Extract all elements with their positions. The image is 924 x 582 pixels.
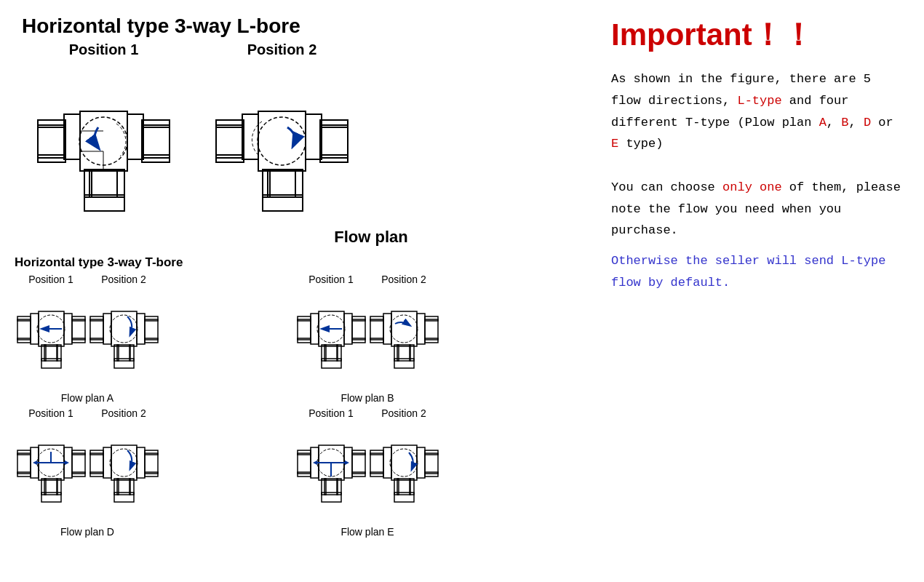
warning-block: Otherwise the seller will send L-type fl… xyxy=(611,250,902,294)
svg-rect-48 xyxy=(90,338,103,343)
planA-text: A xyxy=(819,116,827,129)
svg-point-112 xyxy=(110,449,138,477)
lbore-pos2-valve xyxy=(215,62,349,222)
or-word: or xyxy=(871,116,893,129)
svg-rect-148 xyxy=(425,472,438,477)
svg-point-22 xyxy=(258,117,306,165)
tbore-e-label: Flow plan E xyxy=(340,526,394,538)
svg-rect-1 xyxy=(38,120,65,127)
svg-marker-137 xyxy=(313,461,317,465)
svg-rect-31 xyxy=(17,319,31,340)
tbore-b-pos1: Position 1 xyxy=(297,274,366,389)
svg-rect-110 xyxy=(103,447,111,478)
flow-plan-label: Flow plan xyxy=(160,228,582,247)
only-text: only one xyxy=(722,180,782,194)
svg-rect-97 xyxy=(72,450,85,455)
svg-rect-147 xyxy=(425,450,438,455)
tbore-d-pos1-valve xyxy=(17,421,86,523)
svg-rect-54 xyxy=(145,316,158,321)
svg-rect-115 xyxy=(145,450,158,455)
svg-rect-146 xyxy=(425,453,438,474)
svg-rect-79 xyxy=(391,311,417,346)
svg-rect-60 xyxy=(298,319,311,340)
svg-rect-145 xyxy=(417,447,425,478)
lbore-pos1: Position 1 xyxy=(36,41,171,222)
svg-point-80 xyxy=(390,315,418,343)
svg-rect-21 xyxy=(258,111,306,171)
svg-rect-62 xyxy=(298,338,311,343)
tbore-b-pos2-valve xyxy=(370,287,439,389)
tbore-pair-d: Position 1 xyxy=(15,407,160,538)
tbore-e-pos1-label: Position 1 xyxy=(308,407,353,419)
svg-rect-39 xyxy=(72,316,85,321)
svg-rect-123 xyxy=(298,472,311,477)
svg-rect-38 xyxy=(72,319,85,340)
tbore-a-label: Flow plan A xyxy=(61,392,113,404)
svg-rect-17 xyxy=(216,125,244,158)
svg-rect-75 xyxy=(370,319,383,340)
svg-rect-11 xyxy=(84,170,92,197)
lbore-pos1-label: Position 1 xyxy=(69,41,139,58)
tbore-d-pos2-label: Position 2 xyxy=(101,407,146,419)
svg-rect-47 xyxy=(90,316,103,321)
svg-marker-105 xyxy=(33,461,37,465)
svg-rect-27 xyxy=(268,170,295,197)
svg-marker-106 xyxy=(65,461,69,465)
tbore-row2: Position 1 xyxy=(15,407,582,538)
tbore-a-pos2-label: Position 2 xyxy=(101,274,146,285)
svg-rect-89 xyxy=(17,453,31,474)
svg-rect-37 xyxy=(64,314,72,344)
tbore-title: Horizontal type 3-way T-bore xyxy=(15,255,582,270)
svg-rect-141 xyxy=(370,472,383,477)
ltype-text: L-type xyxy=(737,94,781,108)
svg-rect-129 xyxy=(352,450,365,455)
tbore-b-pos1-label: Position 1 xyxy=(308,274,353,285)
svg-rect-24 xyxy=(320,125,348,158)
para3: Otherwise the seller will send L-type fl… xyxy=(611,254,885,290)
right-panel: Important！！ As shown in the figure, ther… xyxy=(597,0,924,582)
svg-rect-142 xyxy=(383,447,391,478)
svg-rect-40 xyxy=(72,338,85,343)
tbore-pair-e: Position 1 xyxy=(295,407,440,538)
planD-text: D xyxy=(864,116,871,129)
svg-rect-50 xyxy=(111,311,137,346)
svg-rect-108 xyxy=(90,450,103,455)
svg-rect-68 xyxy=(352,316,365,321)
lbore-pos2-label: Position 2 xyxy=(247,41,317,58)
svg-rect-28 xyxy=(263,170,270,197)
tbore-b-label: Flow plan B xyxy=(340,392,394,404)
left-panel: Horizontal type 3-way L-bore Position 1 xyxy=(0,0,597,582)
svg-rect-7 xyxy=(142,125,170,158)
svg-rect-32 xyxy=(17,316,31,321)
tbore-a-pos2: Position 2 xyxy=(89,274,159,389)
tbore-pair-b: Position 1 xyxy=(295,274,440,404)
planB-text: B xyxy=(841,116,848,129)
para2a: You can choose xyxy=(611,180,722,194)
tbore-b-pos2: Position 2 xyxy=(370,274,439,389)
svg-rect-12 xyxy=(117,170,124,197)
tbore-row1: Position 1 xyxy=(15,274,582,404)
tbore-d-label: Flow plan D xyxy=(60,526,114,538)
planE-text: E xyxy=(611,137,618,151)
svg-rect-0 xyxy=(38,125,65,158)
tbore-e-pos1-valve xyxy=(297,421,366,523)
svg-rect-90 xyxy=(17,450,31,455)
tbore-e-pos2: Position 2 xyxy=(370,407,439,523)
svg-rect-84 xyxy=(425,338,438,343)
tbore-a-pos2-valve xyxy=(89,287,159,389)
svg-point-51 xyxy=(110,315,138,343)
svg-rect-10 xyxy=(89,170,117,197)
tbore-b-pos1-valve xyxy=(297,287,366,389)
svg-rect-78 xyxy=(383,314,391,344)
svg-rect-82 xyxy=(425,319,438,340)
tbore-pair-a: Position 1 xyxy=(15,274,160,404)
svg-rect-128 xyxy=(352,453,365,474)
tbore-a-pos1-valve xyxy=(17,287,86,389)
svg-rect-111 xyxy=(111,445,137,480)
tbore-d-pos1-label: Position 1 xyxy=(28,407,73,419)
svg-rect-91 xyxy=(17,472,31,477)
lbore-pos1-valve xyxy=(36,62,171,222)
svg-rect-23 xyxy=(306,114,322,159)
svg-rect-6 xyxy=(127,114,143,159)
svg-rect-122 xyxy=(298,450,311,455)
